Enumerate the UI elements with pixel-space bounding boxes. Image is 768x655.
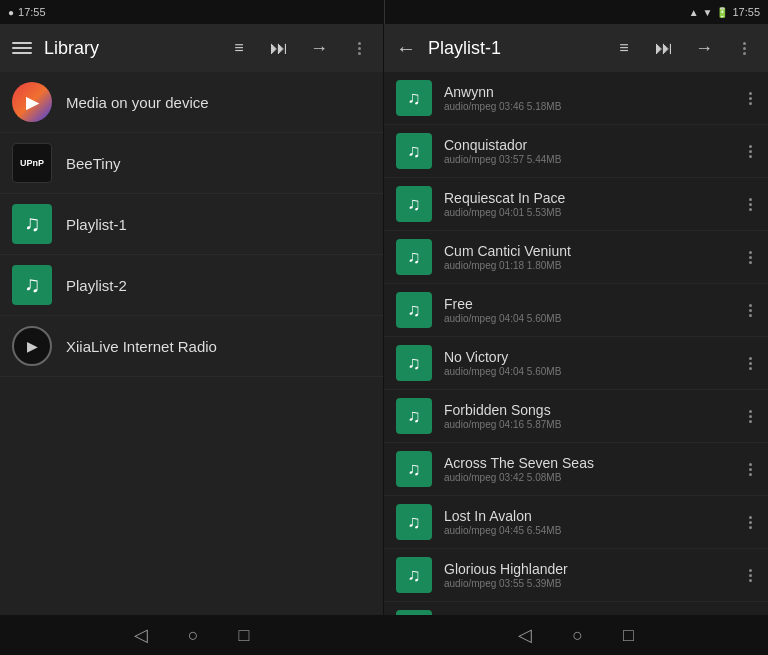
back-navigation-button[interactable]: ← bbox=[396, 37, 416, 60]
track-more-button[interactable] bbox=[745, 141, 756, 162]
status-bar: ● 17:55 ▲ ▼ 🔋 17:55 bbox=[0, 0, 768, 24]
recents-button[interactable]: □ bbox=[239, 625, 250, 646]
list-item[interactable]: ♫ Playlist-1 bbox=[0, 194, 383, 255]
track-icon: ♫ bbox=[396, 398, 432, 434]
list-item[interactable]: ▶ XiiaLive Internet Radio bbox=[0, 316, 383, 377]
track-more-button[interactable] bbox=[745, 88, 756, 109]
list-item[interactable]: UPnP BeeTiny bbox=[0, 133, 383, 194]
track-more-button[interactable] bbox=[745, 406, 756, 427]
playlist1-icon: ♫ bbox=[12, 204, 52, 244]
item-title: BeeTiny bbox=[66, 155, 371, 172]
track-title: Anwynn bbox=[444, 84, 733, 100]
right-nav-bar: ◁ ○ □ bbox=[384, 615, 768, 655]
music-note-icon: ♫ bbox=[407, 565, 421, 586]
right-recents-button[interactable]: □ bbox=[623, 625, 634, 646]
track-more-button[interactable] bbox=[745, 512, 756, 533]
left-more-icon[interactable] bbox=[347, 36, 371, 60]
music-note-icon: ♫ bbox=[407, 459, 421, 480]
left-time: 17:55 bbox=[18, 6, 46, 18]
right-time: 17:55 bbox=[732, 6, 760, 18]
playlist-item[interactable]: ♫ Requiescat In Pace audio/mpeg 04:01 5.… bbox=[384, 178, 768, 231]
item-title: Playlist-2 bbox=[66, 277, 371, 294]
music-note-icon: ♫ bbox=[407, 512, 421, 533]
track-icon: ♫ bbox=[396, 451, 432, 487]
track-more-button[interactable] bbox=[745, 459, 756, 480]
music-note-icon: ♫ bbox=[24, 272, 41, 298]
track-subtitle: audio/mpeg 03:42 5.08MB bbox=[444, 472, 733, 483]
playlist-item[interactable]: ♫ No Victory audio/mpeg 04:04 5.60MB bbox=[384, 337, 768, 390]
list-item[interactable]: ▶ Media on your device bbox=[0, 72, 383, 133]
media-icon: ▶ bbox=[12, 82, 52, 122]
right-panel: ← Playlist-1 ≡ ⏭ → ♫ Anwynn audio/mpeg 0… bbox=[384, 24, 768, 655]
track-title: Forbidden Songs bbox=[444, 402, 733, 418]
track-text: Lost In Avalon audio/mpeg 04:45 6.54MB bbox=[444, 508, 733, 536]
music-note-icon: ♫ bbox=[407, 353, 421, 374]
track-more-button[interactable] bbox=[745, 300, 756, 321]
right-home-button[interactable]: ○ bbox=[572, 625, 583, 646]
track-title: Across The Seven Seas bbox=[444, 455, 733, 471]
track-icon: ♫ bbox=[396, 239, 432, 275]
playlist-item[interactable]: ♫ Forbidden Songs audio/mpeg 04:16 5.87M… bbox=[384, 390, 768, 443]
track-icon: ♫ bbox=[396, 504, 432, 540]
track-text: Forbidden Songs audio/mpeg 04:16 5.87MB bbox=[444, 402, 733, 430]
track-more-button[interactable] bbox=[745, 247, 756, 268]
track-text: Cum Cantici Veniunt audio/mpeg 01:18 1.8… bbox=[444, 243, 733, 271]
right-list-view-icon[interactable]: ≡ bbox=[612, 36, 636, 60]
music-note-icon: ♫ bbox=[407, 141, 421, 162]
track-more-button[interactable] bbox=[745, 194, 756, 215]
track-title: Glorious Highlander bbox=[444, 561, 733, 577]
track-icon: ♫ bbox=[396, 80, 432, 116]
back-button[interactable]: ◁ bbox=[134, 624, 148, 646]
item-text: Playlist-1 bbox=[66, 216, 371, 233]
item-text: Playlist-2 bbox=[66, 277, 371, 294]
track-more-button[interactable] bbox=[745, 353, 756, 374]
right-signal-icon: ▲ bbox=[689, 7, 699, 18]
track-subtitle: audio/mpeg 04:01 5.53MB bbox=[444, 207, 733, 218]
left-app-bar: Library ≡ ⏭ → bbox=[0, 24, 383, 72]
playlist-item[interactable]: ♫ Glorious Highlander audio/mpeg 03:55 5… bbox=[384, 549, 768, 602]
track-subtitle: audio/mpeg 03:46 5.18MB bbox=[444, 101, 733, 112]
track-subtitle: audio/mpeg 04:45 6.54MB bbox=[444, 525, 733, 536]
right-back-button[interactable]: ◁ bbox=[518, 624, 532, 646]
music-note-icon: ♫ bbox=[407, 194, 421, 215]
playlist-item[interactable]: ♫ At The Gates Of Madness audio/mpeg 04:… bbox=[384, 602, 768, 615]
playlist-item[interactable]: ♫ Cum Cantici Veniunt audio/mpeg 01:18 1… bbox=[384, 231, 768, 284]
item-text: XiiaLive Internet Radio bbox=[66, 338, 371, 355]
playlist-item[interactable]: ♫ Anwynn audio/mpeg 03:46 5.18MB bbox=[384, 72, 768, 125]
forward-icon[interactable]: → bbox=[307, 36, 331, 60]
track-text: Requiescat In Pace audio/mpeg 04:01 5.53… bbox=[444, 190, 733, 218]
list-item[interactable]: ♫ Playlist-2 bbox=[0, 255, 383, 316]
track-title: No Victory bbox=[444, 349, 733, 365]
music-note-icon: ♫ bbox=[407, 406, 421, 427]
hamburger-menu-button[interactable] bbox=[12, 42, 32, 54]
left-status-bar: ● 17:55 bbox=[0, 0, 384, 24]
track-subtitle: audio/mpeg 04:16 5.87MB bbox=[444, 419, 733, 430]
playlist-item[interactable]: ♫ Free audio/mpeg 04:04 5.60MB bbox=[384, 284, 768, 337]
right-toolbar-icons: ≡ ⏭ → bbox=[612, 36, 756, 60]
right-forward-icon[interactable]: → bbox=[692, 36, 716, 60]
track-more-button[interactable] bbox=[745, 565, 756, 586]
track-subtitle: audio/mpeg 04:04 5.60MB bbox=[444, 366, 733, 377]
right-wifi-icon: ▼ bbox=[703, 7, 713, 18]
skip-next-icon[interactable]: ⏭ bbox=[267, 36, 291, 60]
playlist-item[interactable]: ♫ Lost In Avalon audio/mpeg 04:45 6.54MB bbox=[384, 496, 768, 549]
list-view-icon[interactable]: ≡ bbox=[227, 36, 251, 60]
item-title: Playlist-1 bbox=[66, 216, 371, 233]
right-more-icon[interactable] bbox=[732, 36, 756, 60]
track-subtitle: audio/mpeg 03:55 5.39MB bbox=[444, 578, 733, 589]
home-button[interactable]: ○ bbox=[188, 625, 199, 646]
music-note-icon: ♫ bbox=[407, 300, 421, 321]
right-status-bar: ▲ ▼ 🔋 17:55 bbox=[385, 0, 769, 24]
playlist2-icon: ♫ bbox=[12, 265, 52, 305]
track-icon: ♫ bbox=[396, 292, 432, 328]
playlist-item[interactable]: ♫ Across The Seven Seas audio/mpeg 03:42… bbox=[384, 443, 768, 496]
track-text: Free audio/mpeg 04:04 5.60MB bbox=[444, 296, 733, 324]
left-dot: ● bbox=[8, 7, 14, 18]
music-note-icon: ♫ bbox=[24, 211, 41, 237]
left-nav-buttons: ◁ ○ □ bbox=[0, 615, 383, 655]
track-icon: ♫ bbox=[396, 345, 432, 381]
playlist-item[interactable]: ♫ Conquistador audio/mpeg 03:57 5.44MB bbox=[384, 125, 768, 178]
track-text: Conquistador audio/mpeg 03:57 5.44MB bbox=[444, 137, 733, 165]
item-title: Media on your device bbox=[66, 94, 371, 111]
right-skip-next-icon[interactable]: ⏭ bbox=[652, 36, 676, 60]
